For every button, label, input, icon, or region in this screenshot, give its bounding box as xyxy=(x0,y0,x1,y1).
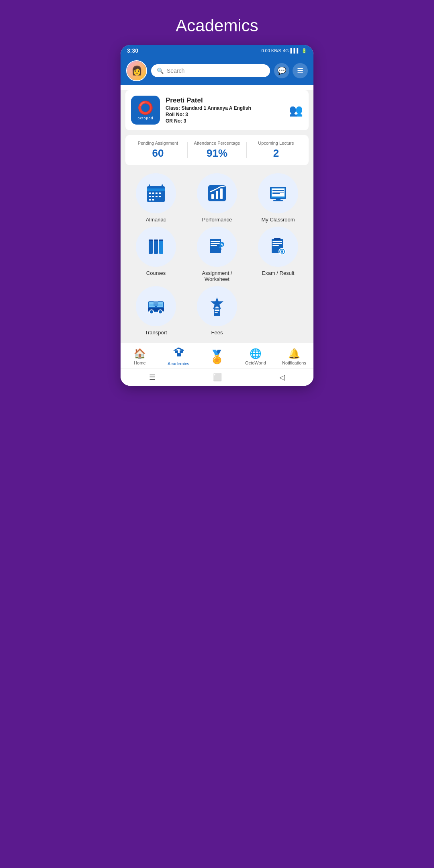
svg-rect-9 xyxy=(152,196,154,197)
svg-rect-5 xyxy=(152,192,154,194)
svg-rect-44 xyxy=(274,238,280,240)
svg-rect-16 xyxy=(216,191,218,199)
avatar[interactable]: 👩 xyxy=(126,60,147,81)
nav-octoworld-label: OctoWorld xyxy=(245,360,266,365)
center-icon: 🏅 xyxy=(209,349,225,364)
system-nav: ☰ ⬜ ◁ xyxy=(121,368,313,386)
assignment-label: Assignment /Worksheet xyxy=(202,270,232,282)
svg-rect-43 xyxy=(272,245,279,246)
grid-item-almanac[interactable]: Almanac xyxy=(125,173,186,223)
grid-item-myclassroom[interactable]: My Classroom xyxy=(248,173,309,223)
octoworld-icon: 🌐 xyxy=(250,348,262,359)
svg-rect-66 xyxy=(177,353,181,356)
svg-rect-11 xyxy=(159,196,161,197)
myclassroom-icon-circle xyxy=(258,173,298,213)
header: 👩 🔍 Search 💬 ☰ xyxy=(121,56,313,85)
chat-button[interactable]: 💬 xyxy=(274,63,289,78)
grid-item-transport[interactable]: Transport xyxy=(125,286,186,336)
search-bar[interactable]: 🔍 Search xyxy=(151,64,270,77)
battery-icon: 🔋 xyxy=(301,48,307,53)
grid-row-1: Almanac Performance xyxy=(125,173,309,223)
svg-rect-27 xyxy=(154,240,158,254)
exam-icon-circle xyxy=(258,227,298,267)
grid-row-3: Transport Fees xyxy=(125,286,309,336)
assignment-icon-circle: ✎ xyxy=(197,227,237,267)
svg-rect-29 xyxy=(149,240,153,241)
grid-item-performance[interactable]: Performance xyxy=(186,173,248,223)
stat-attendance[interactable]: Attendance Percentage 91% xyxy=(188,141,246,160)
svg-rect-65 xyxy=(180,350,183,353)
grid-item-exam[interactable]: Exam / Result xyxy=(248,227,309,282)
status-carrier: 4G xyxy=(283,48,289,53)
grid-item-fees[interactable]: Fees xyxy=(186,286,248,336)
nav-center[interactable]: 🏅 xyxy=(198,349,236,364)
almanac-icon-circle xyxy=(136,173,176,213)
svg-rect-23 xyxy=(272,193,280,194)
grid-item-courses[interactable]: Courses xyxy=(125,227,186,282)
status-time: 3:30 xyxy=(127,47,138,54)
svg-rect-59 xyxy=(215,310,219,311)
nav-home[interactable]: 🏠 Home xyxy=(121,348,159,365)
transport-label: Transport xyxy=(145,330,167,336)
svg-rect-28 xyxy=(159,240,163,254)
transport-icon-circle xyxy=(136,286,176,326)
profile-card: ⭕ octopod Preeti Patel Class: Standard 1… xyxy=(125,90,309,130)
stat-lecture[interactable]: Upcoming Lecture 2 xyxy=(247,141,305,160)
grid-item-assignment[interactable]: ✎ Assignment /Worksheet xyxy=(186,227,248,282)
svg-rect-26 xyxy=(149,240,153,254)
svg-marker-56 xyxy=(211,297,223,309)
svg-rect-34 xyxy=(211,243,220,244)
svg-rect-33 xyxy=(211,241,220,242)
stat-lecture-label: Upcoming Lecture xyxy=(247,141,305,145)
home-icon: 🏠 xyxy=(134,348,146,359)
nav-academics-label: Academics xyxy=(168,361,189,366)
family-icon[interactable]: 👥 xyxy=(289,104,303,117)
sys-back-btn[interactable]: ◁ xyxy=(279,373,285,382)
svg-rect-31 xyxy=(159,240,163,241)
signal-icon: ▌▌▌ xyxy=(291,48,300,53)
main-content: ⭕ octopod Preeti Patel Class: Standard 1… xyxy=(121,90,313,386)
stats-row: Pending Assignment 60 Attendance Percent… xyxy=(125,135,309,165)
almanac-label: Almanac xyxy=(146,217,166,223)
nav-notifications-label: Notifications xyxy=(282,360,306,365)
svg-rect-25 xyxy=(273,200,283,201)
menu-button[interactable]: ☰ xyxy=(293,63,308,78)
octopod-logo: ⭕ octopod xyxy=(131,96,160,125)
svg-rect-42 xyxy=(272,243,282,244)
fees-icon-circle xyxy=(197,286,237,326)
svg-rect-21 xyxy=(272,190,284,191)
search-placeholder: Search xyxy=(167,68,184,74)
stat-pending[interactable]: Pending Assignment 60 xyxy=(129,141,187,160)
myclassroom-label: My Classroom xyxy=(261,217,295,223)
sys-home-btn[interactable]: ⬜ xyxy=(213,373,222,382)
stat-attendance-label: Attendance Percentage xyxy=(188,141,246,145)
profile-info: Preeti Patel Class: Standard 1 Annanya A… xyxy=(166,96,283,124)
octopod-icon: ⭕ xyxy=(137,100,154,115)
performance-label: Performance xyxy=(202,217,232,223)
svg-text:✎: ✎ xyxy=(221,243,223,247)
nav-home-label: Home xyxy=(134,360,145,365)
svg-rect-22 xyxy=(272,192,284,192)
performance-icon-circle xyxy=(197,173,237,213)
bottom-nav: 🏠 Home Academics xyxy=(121,343,313,368)
svg-rect-10 xyxy=(156,196,158,197)
nav-octoworld[interactable]: 🌐 OctoWorld xyxy=(236,348,275,365)
svg-rect-55 xyxy=(149,305,162,305)
profile-gr: GR No: 3 xyxy=(166,118,283,124)
grid-section: Almanac Performance xyxy=(121,170,313,343)
svg-rect-4 xyxy=(149,192,151,194)
header-icons: 💬 ☰ xyxy=(274,63,308,78)
nav-notifications[interactable]: 🔔 Notifications xyxy=(275,348,313,365)
svg-point-53 xyxy=(158,310,162,314)
status-right: 0.00 KB/S 4G ▌▌▌ 🔋 xyxy=(261,48,307,53)
academics-icon xyxy=(173,347,184,360)
stat-lecture-value: 2 xyxy=(247,147,305,160)
svg-rect-35 xyxy=(211,245,217,246)
nav-academics[interactable]: Academics xyxy=(159,347,198,366)
status-network: 0.00 KB/S xyxy=(261,48,281,53)
svg-rect-2 xyxy=(149,184,150,188)
chat-icon: 💬 xyxy=(277,66,286,75)
sys-menu-btn[interactable]: ☰ xyxy=(149,373,156,382)
profile-name: Preeti Patel xyxy=(166,96,283,104)
fees-label: Fees xyxy=(211,330,223,336)
